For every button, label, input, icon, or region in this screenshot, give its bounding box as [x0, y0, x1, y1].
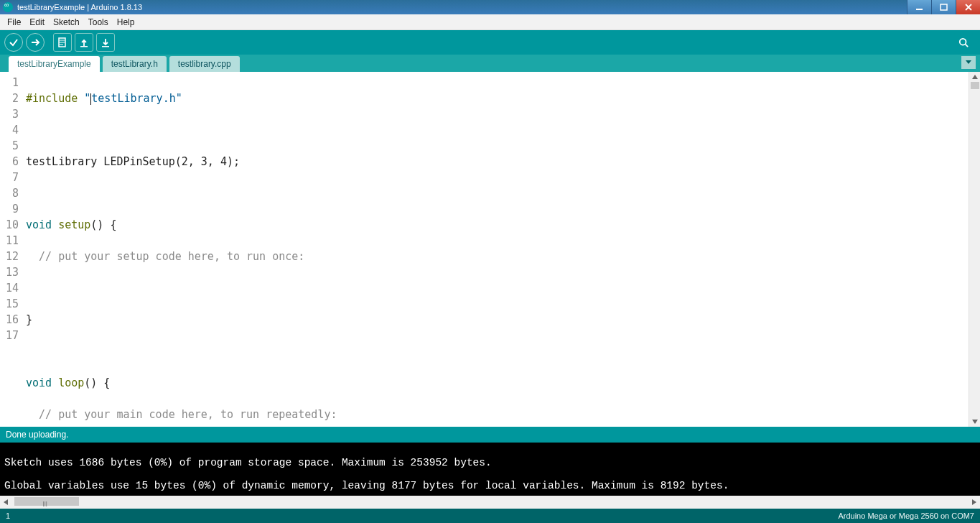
code-token: void [26, 218, 52, 231]
status-bar: Done uploading. [0, 427, 980, 443]
code-token: testLibrary [26, 155, 97, 168]
code-token: () { [84, 376, 110, 389]
line-number: 10 [0, 217, 19, 233]
line-number: 16 [0, 312, 19, 328]
minimize-button[interactable] [907, 0, 931, 14]
svg-rect-4 [102, 46, 109, 47]
menu-sketch[interactable]: Sketch [49, 16, 84, 29]
new-sketch-button[interactable] [53, 33, 72, 52]
menu-file[interactable]: File [3, 16, 25, 29]
tab-bar: testLibraryExample testLibrary.h testlib… [0, 55, 980, 72]
code-token: setup [58, 218, 90, 231]
verify-button[interactable] [4, 33, 23, 52]
line-number: 8 [0, 185, 19, 201]
save-sketch-button[interactable] [96, 33, 115, 52]
footer-board-info: Arduino Mega or Mega 2560 on COM7 [838, 512, 974, 520]
grip-icon: ||| [43, 500, 47, 506]
line-number: 9 [0, 201, 19, 217]
tab-cpp-file[interactable]: testlibrary.cpp [169, 56, 240, 72]
line-number-gutter: 1 2 3 4 5 6 7 8 9 10 11 12 13 14 15 16 1… [0, 72, 23, 427]
console-line: Sketch uses 1686 bytes (0%) of program s… [4, 457, 976, 468]
serial-monitor-button[interactable] [954, 33, 973, 52]
editor-vertical-scrollbar[interactable] [969, 72, 980, 427]
code-editor[interactable]: 1 2 3 4 5 6 7 8 9 10 11 12 13 14 15 16 1… [0, 72, 980, 427]
window-controls [907, 0, 980, 14]
line-number: 17 [0, 328, 19, 343]
scroll-left-icon[interactable] [0, 496, 11, 509]
tab-main-sketch[interactable]: testLibraryExample [9, 56, 100, 72]
console-line: Global variables use 15 bytes (0%) of dy… [4, 480, 976, 491]
line-number: 6 [0, 154, 19, 170]
window-titlebar: testLibraryExample | Arduino 1.8.13 [0, 0, 980, 14]
svg-point-5 [960, 39, 966, 45]
line-number: 1 [0, 75, 19, 91]
output-console[interactable]: Sketch uses 1686 bytes (0%) of program s… [0, 443, 980, 496]
arduino-app-icon [3, 2, 13, 12]
window-title: testLibraryExample | Arduino 1.8.13 [16, 3, 907, 11]
console-horizontal-scrollbar[interactable]: ||| [0, 496, 980, 509]
menu-tools[interactable]: Tools [84, 16, 113, 29]
footer-bar: 1 Arduino Mega or Mega 2560 on COM7 [0, 509, 980, 523]
svg-rect-0 [916, 9, 923, 10]
code-token: // put your setup code here, to run once… [26, 250, 304, 263]
maximize-button[interactable] [931, 0, 956, 14]
footer-line-number: 1 [6, 512, 838, 520]
tab-header-file[interactable]: testLibrary.h [103, 56, 167, 72]
scroll-thumb[interactable] [971, 82, 979, 89]
code-token: LEDPinSetup(2, 3, 4); [97, 155, 240, 168]
code-token: void [26, 376, 52, 389]
code-token: #include [26, 92, 78, 105]
scroll-right-icon[interactable] [969, 496, 980, 509]
open-sketch-button[interactable] [75, 33, 93, 52]
svg-rect-3 [80, 46, 88, 47]
line-number: 4 [0, 122, 19, 138]
line-number: 12 [0, 249, 19, 264]
line-number: 15 [0, 296, 19, 312]
upload-button[interactable] [26, 33, 45, 52]
menu-edit[interactable]: Edit [25, 16, 49, 29]
scroll-track[interactable]: ||| [11, 496, 969, 509]
svg-rect-1 [941, 4, 947, 10]
line-number: 13 [0, 264, 19, 280]
code-token: testLibrary.h [91, 92, 175, 105]
line-number: 14 [0, 280, 19, 296]
menu-help[interactable]: Help [113, 16, 139, 29]
line-number: 7 [0, 170, 19, 185]
menu-bar: File Edit Sketch Tools Help [0, 14, 980, 30]
code-token: loop [58, 376, 84, 389]
toolbar [0, 30, 980, 55]
line-number: 5 [0, 138, 19, 154]
scroll-thumb[interactable]: ||| [14, 497, 79, 506]
code-token: } [26, 313, 32, 326]
tab-menu-button[interactable] [961, 56, 976, 69]
code-token: " [78, 92, 90, 105]
code-area[interactable]: #include "testLibrary.h" testLibrary LED… [23, 72, 980, 427]
close-button[interactable] [956, 0, 980, 14]
line-number: 11 [0, 233, 19, 249]
code-token: " [176, 92, 182, 105]
scroll-up-icon[interactable] [969, 72, 980, 82]
line-number: 2 [0, 91, 19, 106]
code-token: () { [90, 218, 116, 231]
scroll-down-icon[interactable] [969, 417, 980, 427]
line-number: 3 [0, 106, 19, 122]
code-token: // put your main code here, to run repea… [26, 408, 337, 421]
status-message: Done uploading. [6, 430, 68, 440]
